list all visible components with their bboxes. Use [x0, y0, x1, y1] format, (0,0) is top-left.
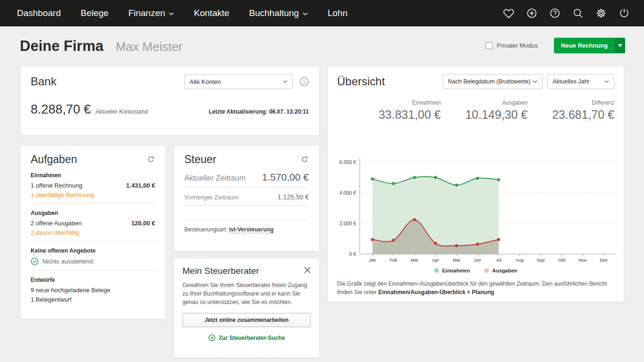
open-invoice-row[interactable]: 1 offene Rechnung 1.431,00 € — [31, 182, 155, 189]
chevron-down-icon — [604, 80, 609, 83]
tasks-drafts-header: Entwürfe — [31, 277, 155, 283]
legend-einnahmen: Einnahmen — [434, 268, 470, 273]
advisor-description: Gewähren Sie Ihrem Steuerberater freien … — [182, 281, 311, 306]
dashboard-page: Dashboard Belege Finanzen Kontakte Buchh… — [0, 0, 644, 362]
svg-text:2.000 €: 2.000 € — [339, 221, 356, 226]
bank-last-update: Letzte Aktualisierung: 06.07. 13:20:11 — [209, 108, 309, 115]
svg-text:Feb: Feb — [389, 257, 397, 263]
tax-type-label: Besteuerungsart: — [184, 226, 227, 233]
svg-text:Sep: Sep — [537, 257, 545, 263]
overdue-expenses-link[interactable]: 2 davon überfällig — [31, 229, 155, 236]
user-name: Max Meister — [116, 40, 182, 54]
svg-text:Mai: Mai — [453, 257, 460, 263]
svg-text:Dez: Dez — [600, 257, 608, 263]
new-invoice-button[interactable]: Neue Rechnung — [554, 38, 615, 53]
bank-account-select[interactable]: Alle Konten — [184, 74, 293, 89]
advisor-search-link-label: Zur Steuerberater-Suche — [219, 335, 285, 341]
refresh-icon[interactable] — [147, 155, 155, 165]
open-invoice-label: 1 offene Rechnung — [31, 182, 83, 189]
chevron-down-icon — [533, 80, 537, 83]
draft-voucher-link[interactable]: 1 Belegentwurf — [31, 296, 155, 303]
tax-type-row: Besteuerungsart: Ist-Versteuerung — [184, 220, 309, 233]
nav-belege[interactable]: Belege — [81, 8, 108, 18]
nav-buchhaltung[interactable]: Buchhaltung — [249, 8, 308, 18]
legend-einnahmen-swatch — [434, 268, 439, 273]
overview-mode-select[interactable]: Nach Belegdatum (Bruttowerte) — [443, 74, 543, 89]
bank-balance-label: Aktueller Kontostand — [96, 108, 148, 115]
open-expenses-row[interactable]: 2 offene Ausgaben 120,00 € — [31, 220, 155, 227]
tax-card: Steuer Aktueller Zeitraum 1.570,00 € Vor… — [173, 145, 320, 252]
goto-circle-arrow-icon — [208, 334, 215, 341]
overview-stats: Einnahmen 33.831,00 € Ausgaben 10.149,30… — [337, 99, 614, 122]
tax-previous-label: Vorheriger Zeitraum — [184, 194, 239, 201]
tasks-card: Aufgaben Einnahmen 1 offene Rechnung 1.4… — [20, 145, 166, 320]
private-mode-toggle[interactable]: Privater Modus — [486, 42, 538, 49]
overview-chart-svg: 0 €2.000 €4.000 €6.000 €JanFebMärAprMaiJ… — [328, 155, 625, 268]
legend-ausgaben-label: Ausgaben — [492, 268, 517, 273]
overview-title: Übersicht — [337, 75, 385, 88]
chevron-down-icon — [283, 80, 288, 83]
tasks-title: Aufgaben — [31, 153, 77, 166]
tax-previous-value: 1.125,50 € — [278, 193, 309, 201]
nav-dashboard[interactable]: Dashboard — [17, 8, 61, 18]
favorites-heart-icon[interactable] — [503, 8, 514, 19]
svg-text:4.000 €: 4.000 € — [339, 190, 356, 196]
svg-text:Jul: Jul — [496, 257, 502, 263]
overview-period-select[interactable]: Aktuelles Jahr — [547, 74, 614, 89]
bank-balance: 8.288,70 € — [31, 102, 91, 117]
divider — [31, 241, 155, 241]
tax-title: Steuer — [184, 153, 216, 166]
check-circle-icon — [31, 257, 39, 265]
tax-current-value: 1.570,00 € — [262, 172, 309, 183]
svg-text:Jan: Jan — [369, 257, 376, 263]
stat-einnahmen-label: Einnahmen — [364, 99, 441, 106]
add-plus-circle-icon[interactable] — [526, 8, 537, 19]
header-controls: Privater Modus Neue Rechnung — [486, 38, 625, 53]
tax-type-link[interactable]: Ist-Versteuerung — [229, 226, 274, 233]
page-header: Deine Firma Max Meister — [20, 38, 182, 55]
advisor-search-link[interactable]: Zur Steuerberater-Suche — [182, 334, 311, 341]
search-icon[interactable] — [572, 8, 584, 19]
power-logout-icon[interactable] — [619, 8, 630, 19]
stat-differenz-value: 23.681,70 € — [538, 108, 614, 122]
svg-text:0 €: 0 € — [349, 251, 356, 257]
tax-current-row: Aktueller Zeitraum 1.570,00 € — [184, 166, 309, 188]
help-circle-icon[interactable] — [549, 8, 561, 19]
svg-text:Nov: Nov — [579, 257, 587, 263]
offers-status-row: Nichts ausstehend. — [31, 257, 155, 265]
nav-items: Dashboard Belege Finanzen Kontakte Buchh… — [17, 8, 347, 18]
tasks-offers-header: Keine offenen Angebote — [31, 247, 155, 254]
caret-down-icon — [618, 44, 622, 47]
private-mode-checkbox[interactable] — [486, 42, 493, 49]
svg-text:Aug: Aug — [516, 257, 524, 263]
info-icon[interactable] — [299, 77, 309, 86]
overview-period-selected-value: Aktuelles Jahr — [553, 78, 590, 85]
chart-footnote: Die Grafik zeigt den Einnahmen-/Ausgaben… — [337, 280, 615, 296]
nav-finanzen[interactable]: Finanzen — [128, 8, 174, 18]
collaborate-online-button[interactable]: Jetzt online zusammenarbeiten — [182, 313, 311, 327]
open-invoice-amount: 1.431,00 € — [126, 182, 155, 189]
nav-finanzen-label: Finanzen — [128, 8, 165, 18]
svg-text:Mär: Mär — [411, 257, 418, 263]
new-invoice-split-button: Neue Rechnung — [554, 38, 625, 53]
tax-previous-row: Vorheriger Zeitraum 1.125,50 € — [184, 188, 309, 206]
chart-legend: Einnahmen Ausgaben — [328, 268, 624, 273]
divider — [31, 270, 155, 271]
stat-ausgaben: Ausgaben 10.149,30 € — [451, 99, 528, 122]
refresh-icon[interactable] — [300, 155, 309, 165]
svg-text:6.000 €: 6.000 € — [339, 159, 356, 165]
bank-account-selected-value: Alle Konten — [190, 78, 221, 85]
settings-gear-icon[interactable] — [595, 8, 607, 19]
close-icon[interactable] — [304, 267, 311, 275]
draft-receipts-link[interactable]: 9 neue hochgeladene Belege — [31, 287, 155, 294]
svg-text:Jun: Jun — [474, 257, 481, 263]
overdue-invoice-link[interactable]: 1 überfällige Rechnung — [31, 191, 155, 198]
nav-lohn[interactable]: Lohn — [328, 8, 347, 18]
tasks-income-header: Einnahmen — [31, 172, 155, 179]
chevron-down-icon — [303, 12, 308, 16]
nav-kontakte[interactable]: Kontakte — [194, 8, 229, 18]
report-link[interactable]: Einnahmen/Ausgaben-Überblick + Planung — [378, 289, 494, 296]
top-navigation: Dashboard Belege Finanzen Kontakte Buchh… — [0, 0, 644, 26]
open-expenses-amount: 120,00 € — [131, 220, 155, 227]
new-invoice-dropdown-button[interactable] — [615, 38, 625, 53]
